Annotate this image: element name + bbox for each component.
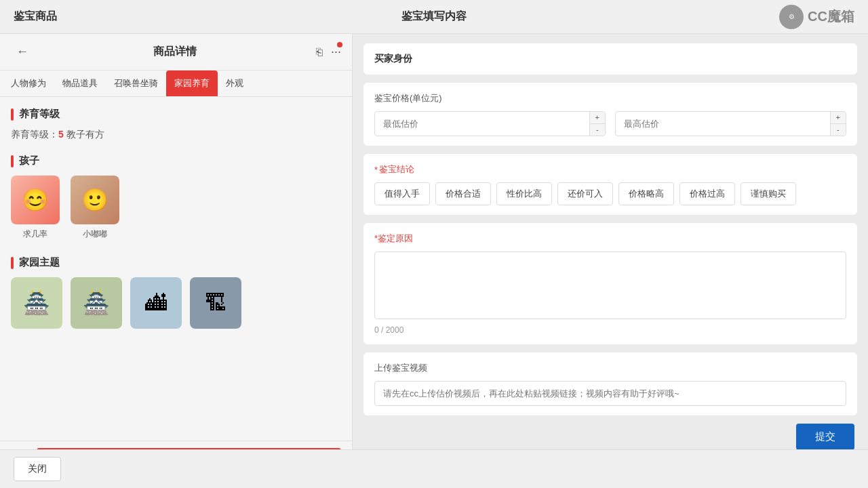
tab-items[interactable]: 物品道具 (54, 70, 106, 96)
tag-negotiate[interactable]: 还价可入 (557, 182, 613, 205)
tag-price-ok[interactable]: 价格合适 (435, 182, 491, 205)
tag-caution[interactable]: 谨慎购买 (741, 182, 796, 205)
child-avatar-2: 🙂 (71, 176, 119, 224)
max-price-input-wrap: + - (615, 111, 846, 136)
price-section: 鉴宝价格(单位元) + - + - (363, 83, 857, 146)
conclusion-section: * 鉴宝结论 值得入手 价格合适 性价比高 还价可入 价格略高 价格过高 谨慎购… (363, 154, 857, 215)
tag-price-high[interactable]: 价格过高 (679, 182, 735, 205)
child-name-1: 求几率 (23, 228, 47, 240)
logo-text: CC魔箱 (808, 7, 854, 26)
submit-button[interactable]: 提交 (796, 424, 854, 450)
min-price-stepper: + - (589, 112, 605, 136)
conclusion-title: 鉴宝结论 (379, 163, 414, 176)
close-button[interactable]: 关闭 (14, 457, 61, 481)
tab-mounts[interactable]: 召唤兽坐骑 (106, 70, 166, 96)
child-item-2: 🙂 小嘟嘟 (71, 176, 119, 240)
child-item-1: 😊 求几率 (11, 176, 60, 240)
level-number: 5 (58, 129, 64, 140)
tag-worth-buying[interactable]: 值得入手 (374, 182, 430, 205)
children-section-header: 孩子 (11, 155, 341, 167)
conclusion-tags: 值得入手 价格合适 性价比高 还价可入 价格略高 价格过高 谨慎购买 (374, 182, 846, 205)
breeding-title: 养育等级 (19, 108, 60, 121)
logo-area: ⚙ CC魔箱 (779, 5, 854, 29)
page-footer: 关闭 (0, 449, 868, 488)
price-inputs-row: + - + - (374, 111, 846, 136)
theme-item-1: 🏯 (11, 277, 62, 329)
themes-grid: 🏯 🏯 🏙 🏗 (11, 277, 341, 329)
themes-section-header: 家园主题 (11, 256, 341, 269)
page-left-title: 鉴宝商品 (14, 9, 57, 24)
product-actions: ⎗ ··· (316, 45, 341, 59)
theme-item-2: 🏯 (71, 277, 122, 329)
back-button[interactable]: ← (11, 42, 34, 62)
buyer-section: 买家身份 (363, 43, 857, 75)
left-panel: ← 商品详情 ⎗ ··· 人物修为 物品道具 召唤兽坐骑 家园养育 外观 养育 (0, 34, 353, 488)
conclusion-label: * 鉴宝结论 (374, 163, 846, 176)
theme-item-4: 🏗 (190, 277, 241, 329)
reason-section: *鉴定原因 0 / 2000 (363, 223, 857, 344)
min-price-input-wrap: + - (374, 111, 606, 136)
video-label: 上传鉴宝视频 (374, 362, 846, 374)
logo-icon: ⚙ (779, 5, 804, 29)
tag-price-slightly-high[interactable]: 价格略高 (618, 182, 674, 205)
section-bar-breeding (11, 108, 14, 121)
tab-appearance[interactable]: 外观 (218, 70, 252, 96)
share-icon[interactable]: ⎗ (316, 46, 323, 58)
reason-textarea[interactable] (374, 251, 846, 319)
max-price-down[interactable]: - (831, 124, 846, 136)
theme-item-3: 🏙 (130, 277, 182, 329)
section-bar-themes (11, 257, 14, 269)
breeding-level-text: 养育等级：5 教子有方 (11, 129, 341, 141)
more-icon[interactable]: ··· (331, 45, 341, 59)
product-title: 商品详情 (34, 45, 316, 59)
tabs-row: 人物修为 物品道具 召唤兽坐骑 家园养育 外观 (0, 70, 352, 97)
breeding-section-header: 养育等级 (11, 108, 341, 121)
char-count: 0 / 2000 (374, 325, 846, 335)
child-name-2: 小嘟嘟 (83, 228, 107, 240)
section-bar-children (11, 155, 14, 167)
video-input[interactable] (374, 381, 846, 406)
tab-breeding[interactable]: 家园养育 (166, 70, 218, 96)
tab-character[interactable]: 人物修为 (3, 70, 54, 96)
child-avatar-1: 😊 (11, 176, 60, 224)
product-header: ← 商品详情 ⎗ ··· (0, 34, 352, 70)
max-price-stepper: + - (830, 112, 846, 136)
tag-cost-effective[interactable]: 性价比高 (496, 182, 552, 205)
reason-label: *鉴定原因 (374, 232, 846, 245)
video-section: 上传鉴宝视频 (363, 352, 857, 415)
price-label: 鉴宝价格(单位元) (374, 92, 846, 104)
scroll-area: 养育等级 养育等级：5 教子有方 孩子 😊 求几率 (0, 97, 352, 441)
notification-dot (337, 42, 342, 47)
min-price-up[interactable]: + (590, 112, 605, 124)
children-grid: 😊 求几率 🙂 小嘟嘟 (11, 176, 341, 240)
submit-row: 提交 (363, 424, 857, 450)
min-price-input[interactable] (375, 113, 589, 134)
page-center-title: 鉴宝填写内容 (401, 9, 467, 24)
max-price-input[interactable] (616, 113, 830, 134)
conclusion-star: * (374, 165, 378, 175)
right-panel: 买家身份 鉴宝价格(单位元) + - + - (353, 34, 868, 488)
buyer-title: 买家身份 (374, 53, 846, 65)
children-title: 孩子 (19, 155, 39, 167)
min-price-down[interactable]: - (590, 124, 605, 136)
themes-title: 家园主题 (19, 256, 60, 269)
max-price-up[interactable]: + (831, 112, 846, 124)
